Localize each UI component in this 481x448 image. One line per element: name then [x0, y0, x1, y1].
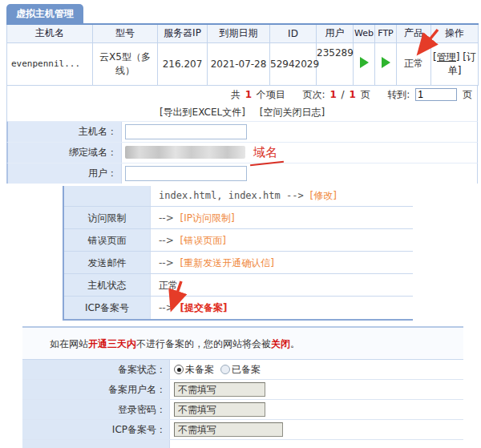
icp-row-status: 备案状态： 未备案 已备案 — [22, 360, 463, 380]
filter-row-user: 用户： — [6, 163, 478, 184]
cell-model: 云X5型（多线） — [93, 42, 158, 85]
settings-row-access-limit: 访问限制 --> [IP访问限制] — [64, 207, 413, 229]
icp-row-username: 备案用户名： 不需填写 — [22, 380, 463, 400]
ip-access-limit-link[interactable]: [IP访问限制] — [180, 212, 235, 224]
submit-icp-filing-link[interactable]: [提交备案] — [180, 302, 228, 313]
col-header-operations: 操作 — [431, 24, 479, 42]
default-page-value: index.html, index.htm --> — [159, 190, 304, 201]
resend-confirmation-link[interactable]: [重新发送开通确认信] — [180, 257, 274, 268]
cell-hostname: evenpennil... — [7, 42, 93, 85]
col-header-product: 产品 — [397, 24, 431, 42]
settings-row-error-page: 错误页面 --> [错误页面] — [64, 229, 413, 252]
page-separator: / — [342, 89, 345, 100]
virtual-host-management-page: 虚拟主机管理 主机名 型号 服务器IP 到期日期 ID 用户 Web FTP 产… — [0, 0, 481, 448]
manage-link[interactable]: [管理] — [433, 51, 459, 63]
cell-expire-date: 2021-07-28 — [208, 42, 270, 85]
host-table: 主机名 型号 服务器IP 到期日期 ID 用户 Web FTP 产品 操作 ev… — [6, 23, 479, 86]
login-password-label: 登录密码： — [22, 400, 170, 419]
settings-row-send-mail: 发送邮件 --> [重新发送开通确认信] — [64, 252, 413, 274]
cell-server-ip: 216.207 — [158, 42, 208, 85]
web-play-icon[interactable] — [360, 57, 369, 68]
hostname-filter-input[interactable] — [125, 124, 247, 139]
settings-row-default-page: index.html, index.htm --> [修改] — [64, 186, 413, 207]
goto-page-input[interactable] — [415, 88, 457, 101]
cell-user: 235289 — [317, 42, 354, 85]
goto-label: 转到: — [387, 89, 410, 100]
total-prefix: 共 — [231, 89, 240, 100]
filing-username-input: 不需填写 — [174, 382, 265, 397]
col-header-server-ip: 服务器IP — [158, 24, 208, 42]
filing-username-label: 备案用户名： — [22, 380, 170, 399]
col-header-user: 用户 — [317, 24, 354, 42]
icp-number-label: ICP备案号 — [64, 297, 151, 319]
radio-not-filed-label: 未备案 — [185, 363, 214, 377]
col-header-expire-date: 到期日期 — [208, 24, 270, 42]
hostname-filter-label: 主机名： — [8, 122, 122, 142]
access-limit-label: 访问限制 — [64, 207, 151, 228]
host-table-header-row: 主机名 型号 服务器IP 到期日期 ID 用户 Web FTP 产品 操作 — [7, 24, 479, 42]
total-suffix: 个项目 — [257, 89, 285, 100]
error-page-label: 错误页面 — [64, 229, 151, 251]
radio-filed-label: 已备案 — [232, 363, 261, 377]
total-count: 1 — [244, 89, 253, 100]
host-settings-table: index.html, index.htm --> [修改] 访问限制 --> … — [63, 186, 413, 321]
col-header-hostname: 主机名 — [7, 24, 93, 42]
filter-row-domain: 绑定域名： 域名 — [6, 142, 478, 163]
page-label: 页次: — [303, 89, 325, 100]
pagination-bar: 共 1 个项目 页次: 1 / 1 页 转到: 页 — [6, 86, 478, 103]
col-header-id: ID — [270, 24, 317, 42]
send-mail-label: 发送邮件 — [64, 252, 151, 273]
cell-ftp — [375, 42, 397, 85]
filing-status-label: 备案状态： — [22, 360, 170, 379]
host-status-value: 正常 — [159, 280, 178, 291]
col-header-ftp: FTP — [375, 24, 397, 42]
settings-row-host-status: 主机状态 正常 — [64, 274, 413, 297]
modify-link[interactable]: [修改] — [309, 190, 336, 201]
login-password-input: 不需填写 — [174, 402, 265, 417]
page-unit: 页 — [361, 89, 370, 100]
error-page-link[interactable]: [错误页面] — [180, 235, 226, 246]
ftp-play-icon[interactable] — [382, 57, 390, 68]
table-footer-links: [导出到EXCEL文件] [空间关闭日志] — [6, 103, 478, 121]
icp-row-icp-number: ICP备案号： 不需填写 — [22, 420, 463, 440]
icp-row-password: 登录密码： 不需填写 — [22, 400, 463, 420]
icp-number-field-label: ICP备案号： — [22, 420, 170, 439]
cell-web — [354, 42, 375, 85]
host-management-panel: 虚拟主机管理 主机名 型号 服务器IP 到期日期 ID 用户 Web FTP 产… — [6, 4, 478, 184]
settings-row-icp-number: ICP备案号 --> [提交备案] — [64, 297, 413, 319]
user-filter-input[interactable] — [125, 166, 247, 181]
export-excel-link[interactable]: [导出到EXCEL文件] — [160, 107, 245, 118]
host-table-row: evenpennil... 云X5型（多线） 216.207 2021-07-2… — [7, 42, 479, 85]
filter-row-hostname: 主机名： — [6, 121, 478, 142]
icp-row-cropped — [22, 440, 463, 448]
cell-operations: [管理] [订单] — [431, 42, 479, 85]
col-header-model: 型号 — [93, 24, 158, 42]
icp-filing-form: 如在网站开通三天内不进行备案的，您的网站将会被关闭。 备案状态： 未备案 已备案… — [22, 326, 463, 448]
settings-label-empty — [64, 186, 151, 206]
host-status-label: 主机状态 — [64, 274, 151, 296]
radio-not-filed[interactable] — [174, 365, 184, 374]
user-filter-label: 用户： — [8, 163, 122, 184]
domain-annotation: 域名 — [253, 143, 277, 163]
page-current: 1 — [328, 89, 338, 100]
cell-product-status: 正常 — [397, 42, 431, 85]
radio-filed[interactable] — [220, 365, 230, 374]
page-total: 1 — [347, 89, 357, 100]
col-header-web: Web — [354, 24, 375, 42]
space-close-log-link[interactable]: [空间关闭日志] — [260, 107, 325, 118]
goto-unit: 页 — [463, 89, 472, 100]
icp-warning-text: 如在网站开通三天内不进行备案的，您的网站将会被关闭。 — [22, 328, 463, 360]
icp-number-input: 不需填写 — [174, 422, 283, 437]
redacted-domain-value — [125, 146, 245, 159]
tab-virtual-host-management[interactable]: 虚拟主机管理 — [6, 4, 83, 23]
cell-id: 52942029 — [270, 42, 317, 85]
domain-filter-label: 绑定域名： — [8, 143, 122, 163]
